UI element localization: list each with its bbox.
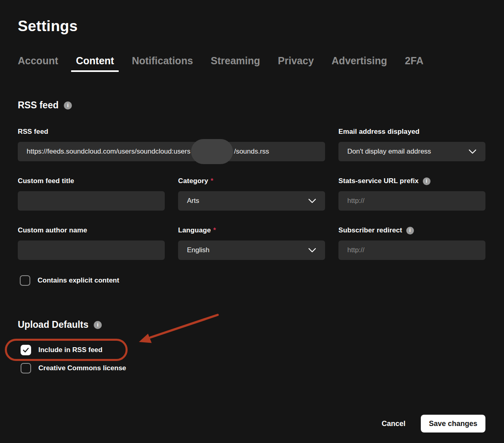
rss-feed-field: RSS feed https://feeds.soundcloud.com/us… bbox=[18, 128, 325, 161]
checkbox-creative-commons[interactable] bbox=[21, 363, 31, 373]
rss-feed-input[interactable]: https://feeds.soundcloud.com/users/sound… bbox=[18, 142, 325, 161]
language-label: Language * bbox=[178, 226, 325, 234]
checkbox-include-in-rss[interactable] bbox=[21, 345, 31, 355]
required-asterisk: * bbox=[213, 226, 216, 234]
upload-defaults-title-text: Upload Defaults bbox=[18, 319, 88, 330]
tab-advertising[interactable]: Advertising bbox=[332, 55, 387, 72]
settings-tabs: Account Content Notifications Streaming … bbox=[18, 55, 485, 72]
tab-notifications[interactable]: Notifications bbox=[132, 55, 193, 72]
stats-service-label: Stats-service URL prefix i bbox=[338, 177, 485, 185]
tab-account[interactable]: Account bbox=[18, 55, 58, 72]
rss-feed-label: RSS feed bbox=[18, 128, 325, 136]
category-field: Category * Arts bbox=[178, 177, 325, 211]
custom-author-name-input[interactable] bbox=[18, 240, 165, 260]
stats-service-url-input[interactable] bbox=[338, 191, 485, 211]
cancel-button[interactable]: Cancel bbox=[382, 420, 405, 428]
creative-commons-checkbox-row[interactable]: Creative Commons license bbox=[21, 363, 126, 373]
category-label: Category * bbox=[178, 177, 325, 185]
language-field: Language * English bbox=[178, 226, 325, 260]
checkbox-explicit-content[interactable] bbox=[20, 275, 30, 286]
info-icon[interactable]: i bbox=[64, 101, 72, 110]
custom-author-field: Custom author name bbox=[18, 226, 165, 260]
required-asterisk: * bbox=[211, 177, 214, 185]
info-icon[interactable]: i bbox=[94, 321, 102, 329]
info-icon[interactable]: i bbox=[406, 227, 414, 234]
stats-service-field: Stats-service URL prefix i bbox=[338, 177, 485, 211]
email-displayed-select[interactable]: Don't display email address bbox=[338, 142, 485, 161]
category-select[interactable]: Arts bbox=[178, 191, 325, 211]
explicit-content-label[interactable]: Contains explicit content bbox=[38, 276, 119, 285]
rss-feed-value-end: /sounds.rss bbox=[234, 148, 269, 156]
language-select[interactable]: English bbox=[178, 240, 325, 260]
include-in-rss-checkbox-row[interactable]: Include in RSS feed bbox=[21, 345, 103, 355]
rss-feed-section-title: RSS feed i bbox=[18, 100, 485, 111]
tab-streaming[interactable]: Streaming bbox=[211, 55, 260, 72]
custom-feed-title-field: Custom feed title bbox=[18, 177, 165, 211]
save-changes-button[interactable]: Save changes bbox=[421, 415, 485, 432]
info-icon[interactable]: i bbox=[423, 177, 430, 185]
category-value: Arts bbox=[187, 197, 199, 205]
chevron-down-icon bbox=[308, 198, 316, 203]
subscriber-redirect-input[interactable] bbox=[338, 240, 485, 260]
creative-commons-label[interactable]: Creative Commons license bbox=[38, 364, 126, 372]
rss-feed-section-title-text: RSS feed bbox=[18, 100, 59, 111]
custom-feed-title-label: Custom feed title bbox=[18, 177, 165, 185]
custom-author-label: Custom author name bbox=[18, 226, 165, 234]
email-displayed-value: Don't display email address bbox=[347, 148, 431, 156]
redaction-overlay bbox=[191, 139, 233, 164]
chevron-down-icon bbox=[308, 248, 316, 253]
explicit-content-checkbox-row[interactable]: Contains explicit content bbox=[20, 275, 119, 286]
tab-privacy[interactable]: Privacy bbox=[278, 55, 314, 72]
subscriber-redirect-label: Subscriber redirect i bbox=[338, 226, 485, 234]
custom-feed-title-input[interactable] bbox=[18, 191, 165, 211]
subscriber-redirect-field: Subscriber redirect i bbox=[338, 226, 485, 260]
upload-defaults-section-title: Upload Defaults i bbox=[18, 319, 485, 330]
page-title: Settings bbox=[18, 18, 485, 35]
tab-content[interactable]: Content bbox=[76, 55, 114, 72]
email-displayed-field: Email address displayed Don't display em… bbox=[338, 128, 485, 161]
rss-feed-value-start: https://feeds.soundcloud.com/users/sound… bbox=[27, 148, 190, 156]
include-in-rss-label[interactable]: Include in RSS feed bbox=[38, 346, 103, 354]
email-displayed-label: Email address displayed bbox=[338, 128, 485, 136]
language-value: English bbox=[187, 246, 210, 254]
footer-actions: Cancel Save changes bbox=[382, 415, 485, 432]
chevron-down-icon bbox=[468, 149, 477, 154]
tab-2fa[interactable]: 2FA bbox=[405, 55, 424, 72]
settings-panel: Settings Account Content Notifications S… bbox=[0, 0, 504, 373]
